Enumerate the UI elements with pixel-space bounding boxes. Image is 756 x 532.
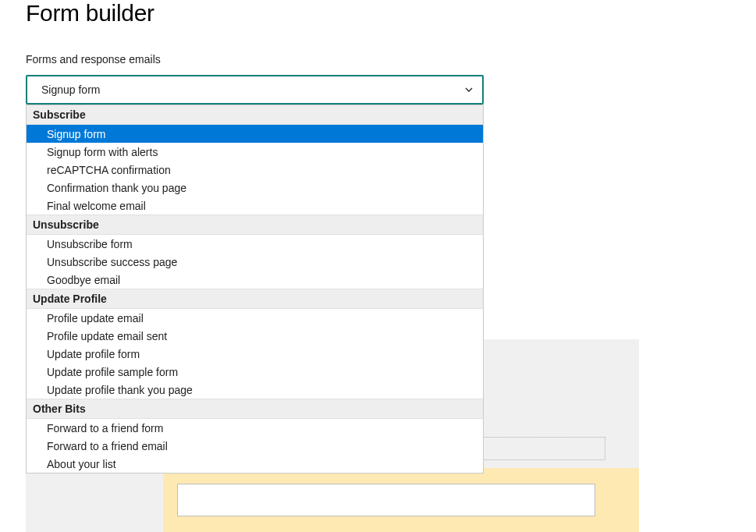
select-option[interactable]: Unsubscribe form xyxy=(27,235,483,253)
form-select-wrapper: Signup form SubscribeSignup formSignup f… xyxy=(26,75,484,105)
option-group-header: Other Bits xyxy=(27,399,483,419)
select-option[interactable]: Update profile sample form xyxy=(27,363,483,381)
form-select-dropdown[interactable]: SubscribeSignup formSignup form with ale… xyxy=(26,105,484,473)
select-option[interactable]: Profile update email sent xyxy=(27,327,483,345)
page-title: Form builder xyxy=(26,0,730,27)
form-input-placeholder[interactable] xyxy=(177,484,595,516)
select-option[interactable]: reCAPTCHA confirmation xyxy=(27,161,483,179)
select-option[interactable]: Forward to a friend email xyxy=(27,437,483,455)
select-option[interactable]: Signup form xyxy=(27,125,483,143)
form-select[interactable]: Signup form xyxy=(26,75,484,105)
placeholder-dotted-box xyxy=(482,437,605,460)
select-option[interactable]: Update profile form xyxy=(27,345,483,363)
select-option[interactable]: Forward to a friend form xyxy=(27,419,483,437)
option-group-header: Unsubscribe xyxy=(27,215,483,235)
chevron-down-icon xyxy=(465,86,473,94)
select-option[interactable]: Final welcome email xyxy=(27,197,483,215)
select-option[interactable]: Goodbye email xyxy=(27,271,483,289)
option-group-header: Update Profile xyxy=(27,289,483,309)
form-select-value: Signup form xyxy=(41,83,100,96)
forms-section-label: Forms and response emails xyxy=(26,53,730,66)
select-option[interactable]: Unsubscribe success page xyxy=(27,253,483,271)
select-option[interactable]: Update profile thank you page xyxy=(27,381,483,399)
select-option[interactable]: About your list xyxy=(27,455,483,473)
select-option[interactable]: Profile update email xyxy=(27,309,483,327)
option-group-header: Subscribe xyxy=(27,105,483,125)
select-option[interactable]: Confirmation thank you page xyxy=(27,179,483,197)
select-option[interactable]: Signup form with alerts xyxy=(27,143,483,161)
